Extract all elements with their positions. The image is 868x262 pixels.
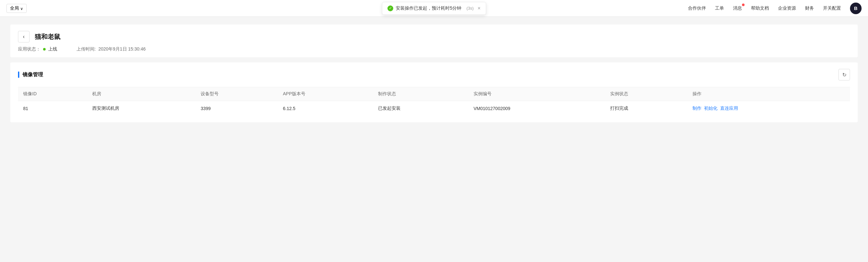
nav-switch[interactable]: 开关配置	[823, 5, 841, 11]
col-instance-id: 实例编号	[468, 87, 606, 101]
table-row: 81西安测试机房33996.12.5已发起安装VM010127002009打扫完…	[18, 101, 850, 116]
header: 全局 ✓ 安装操作已发起，预计耗时5分钟 (3s) × 合作伙伴 工单 消息 帮…	[0, 0, 868, 17]
cell-image-id: 81	[18, 101, 87, 116]
action-connect[interactable]: 直连应用	[720, 106, 738, 111]
nav-finance[interactable]: 财务	[805, 5, 814, 11]
cell-instance-id: VM010127002009	[468, 101, 606, 116]
toast-notification: ✓ 安装操作已发起，预计耗时5分钟 (3s) ×	[382, 2, 486, 15]
section-actions: ↻	[838, 69, 850, 81]
cell-actions: 制作初始化直连应用	[687, 101, 850, 116]
app-status-item: 应用状态： 上线	[18, 46, 57, 52]
col-device-model: 设备型号	[195, 87, 278, 101]
cell-device-model: 3399	[195, 101, 278, 116]
global-select-button[interactable]: 全局	[6, 4, 27, 13]
cell-instance-status: 打扫完成	[605, 101, 687, 116]
cell-build-status: 已发起安装	[373, 101, 468, 116]
nav-message[interactable]: 消息	[733, 5, 742, 11]
cell-datacenter: 西安测试机房	[87, 101, 195, 116]
section-card: 镜像管理 ↻ 镜像ID 机房 设备型号 APP版本号 制作状态 实例编号 实例状…	[10, 62, 858, 122]
refresh-button[interactable]: ↻	[838, 69, 850, 81]
app-info-top: ‹ 猫和老鼠	[18, 31, 850, 42]
chevron-down-icon	[20, 6, 23, 11]
toast-timer: (3s)	[466, 6, 473, 11]
app-title: 猫和老鼠	[35, 32, 60, 41]
table-body: 81西安测试机房33996.12.5已发起安装VM010127002009打扫完…	[18, 101, 850, 116]
toast-area: ✓ 安装操作已发起，预计耗时5分钟 (3s) ×	[382, 2, 486, 15]
table-head: 镜像ID 机房 设备型号 APP版本号 制作状态 实例编号 实例状态 操作	[18, 87, 850, 101]
global-label: 全局	[10, 5, 19, 11]
page-content: ‹ 猫和老鼠 应用状态： 上线 上传时间: 2020年9月1日 15:30:46…	[0, 17, 868, 130]
toast-close-button[interactable]: ×	[477, 6, 480, 11]
app-status-label: 应用状态：	[18, 46, 40, 52]
section-bar-icon	[18, 71, 19, 78]
col-image-id: 镜像ID	[18, 87, 87, 101]
avatar[interactable]: B	[850, 3, 862, 14]
app-info-card: ‹ 猫和老鼠 应用状态： 上线 上传时间: 2020年9月1日 15:30:46	[10, 25, 858, 57]
col-datacenter: 机房	[87, 87, 195, 101]
app-upload-item: 上传时间: 2020年9月1日 15:30:46	[76, 46, 146, 52]
nav-help[interactable]: 帮助文档	[751, 5, 769, 11]
back-button[interactable]: ‹	[18, 31, 30, 42]
app-info-meta: 应用状态： 上线 上传时间: 2020年9月1日 15:30:46	[18, 46, 850, 52]
nav-workorder[interactable]: 工单	[715, 5, 724, 11]
col-instance-status: 实例状态	[605, 87, 687, 101]
col-actions: 操作	[687, 87, 850, 101]
cell-app-version: 6.12.5	[278, 101, 373, 116]
col-app-version: APP版本号	[278, 87, 373, 101]
col-build-status: 制作状态	[373, 87, 468, 101]
header-nav: 合作伙伴 工单 消息 帮助文档 企业资源 财务 开关配置 B	[688, 3, 862, 14]
image-table: 镜像ID 机房 设备型号 APP版本号 制作状态 实例编号 实例状态 操作 81…	[18, 87, 850, 116]
status-dot	[43, 48, 45, 51]
upload-time: 2020年9月1日 15:30:46	[98, 46, 146, 52]
nav-partner[interactable]: 合作伙伴	[688, 5, 706, 11]
action-create[interactable]: 制作	[692, 106, 702, 111]
toast-message: 安装操作已发起，预计耗时5分钟	[396, 5, 461, 11]
nav-enterprise[interactable]: 企业资源	[778, 5, 796, 11]
table-header-row: 镜像ID 机房 设备型号 APP版本号 制作状态 实例编号 实例状态 操作	[18, 87, 850, 101]
header-left: 全局	[6, 4, 27, 13]
app-status-text: 上线	[48, 46, 57, 52]
upload-label: 上传时间:	[76, 46, 96, 52]
message-badge	[742, 3, 745, 6]
section-title: 镜像管理	[23, 71, 43, 78]
success-icon: ✓	[388, 5, 393, 11]
action-init[interactable]: 初始化	[704, 106, 717, 111]
section-header: 镜像管理 ↻	[18, 69, 850, 81]
